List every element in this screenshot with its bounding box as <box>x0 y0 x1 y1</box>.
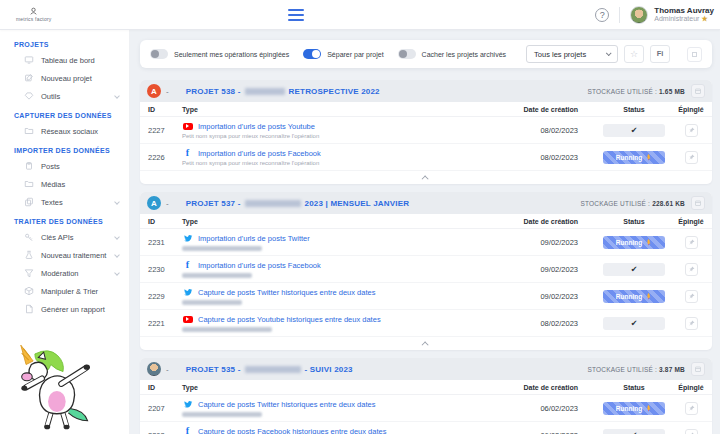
twitter-icon <box>182 288 193 297</box>
operation-id: 2221 <box>148 319 182 328</box>
pin-button[interactable] <box>685 236 698 249</box>
operation-id: 2207 <box>148 404 182 413</box>
archive-button[interactable] <box>691 362 705 376</box>
toggle-hide-archived[interactable] <box>398 49 416 59</box>
operation-id: 2229 <box>148 292 182 301</box>
sidebar-item-generer-rapport[interactable]: Générer un rapport <box>0 300 129 318</box>
project-title-link[interactable]: PROJET 535 -- SUIVI 2023 <box>186 365 353 374</box>
twitter-icon <box>182 234 193 243</box>
status-badge: ✔ <box>603 124 665 137</box>
archive-button[interactable] <box>691 84 705 98</box>
creation-date: 08/02/2023 <box>482 153 592 162</box>
sidebar-item-tableau-de-bord[interactable]: Tableau de bord <box>0 51 129 69</box>
creation-date: 08/02/2023 <box>482 126 592 135</box>
sidebar-item-posts[interactable]: Posts <box>0 157 129 175</box>
project-avatar[interactable]: A <box>147 84 161 98</box>
project-title-link[interactable]: PROJET 537 -2023 | MENSUEL JANVIER <box>186 199 410 208</box>
operation-link[interactable]: Capture de posts Facebook historiques en… <box>198 427 386 434</box>
app-window: metrics factory ? Thomas Auvray Administ… <box>0 0 720 434</box>
pin-button[interactable] <box>685 263 698 276</box>
pin-button[interactable] <box>685 124 698 137</box>
gem-icon <box>24 91 34 101</box>
table-row: 2230 fImportation d'urls de posts Facebo… <box>140 256 712 283</box>
project-title-link[interactable]: PROJET 538 -RETROSPECTIVE 2022 <box>186 87 380 96</box>
status-badge: ✔ <box>603 263 665 276</box>
sidebar-item-nouveau-projet[interactable]: Nouveau projet <box>0 69 129 87</box>
operation-link[interactable]: Importation d'urls de posts Youtube <box>198 122 315 131</box>
main-content: Seulement mes opérations épinglées Sépar… <box>130 30 720 434</box>
logo-icon <box>29 7 38 16</box>
collapse-group-button[interactable] <box>140 337 712 350</box>
redacted-subtitle <box>182 273 252 278</box>
filter-bar: Seulement mes opérations épinglées Sépar… <box>140 40 712 68</box>
operation-link[interactable]: Importation d'urls de posts Twitter <box>198 234 310 243</box>
project-avatar[interactable]: A <box>147 196 161 210</box>
toggle-separate-by-project-label: Séparer par projet <box>327 51 383 58</box>
help-icon[interactable]: ? <box>595 8 609 22</box>
project-group-537: A - PROJET 537 -2023 | MENSUEL JANVIER S… <box>140 192 712 350</box>
operation-link[interactable]: Capture de posts Youtube historiques ent… <box>198 315 381 324</box>
operation-link[interactable]: Importation d'urls de posts Facebook <box>198 149 321 158</box>
status-badge: ✔ <box>603 429 665 434</box>
user-avatar[interactable] <box>630 6 648 24</box>
operation-id: 2202 <box>148 431 182 434</box>
chevron-down-icon <box>606 50 612 56</box>
project-filter-select[interactable]: Tous les projets <box>526 45 618 63</box>
sidebar-item-moderation[interactable]: Modération <box>0 264 129 282</box>
sidebar-item-medias[interactable]: Médias <box>0 175 129 193</box>
table-header: IDTypeDate de créationStatusÉpinglé <box>140 380 712 395</box>
project-group-538: A - PROJET 538 -RETROSPECTIVE 2022 STOCK… <box>140 80 712 184</box>
storage-label: STOCKAGE UTILISÉ : <box>581 200 651 207</box>
operation-link[interactable]: Capture de posts Twitter historiques ent… <box>198 400 375 409</box>
operation-link[interactable]: Capture de posts Twitter historiques ent… <box>198 288 375 297</box>
toggle-pinned-only[interactable] <box>150 49 168 59</box>
sidebar-section-traiter: TRAITER DES DONNÉES <box>0 211 129 228</box>
clipboard-icon <box>24 161 34 171</box>
operation-subtitle: Petit nom sympa pour mieux reconnaître l… <box>182 160 482 166</box>
project-header[interactable]: A - PROJET 537 -2023 | MENSUEL JANVIER S… <box>140 192 712 214</box>
collapse-group-button[interactable] <box>140 171 712 184</box>
archive-button[interactable] <box>691 196 705 210</box>
project-header[interactable]: A - PROJET 538 -RETROSPECTIVE 2022 STOCK… <box>140 80 712 102</box>
operation-subtitle: Petit nom sympa pour mieux reconnaître l… <box>182 133 482 139</box>
sidebar-item-manipuler-trier[interactable]: Manipuler & Trier <box>0 282 129 300</box>
operation-link[interactable]: Importation d'urls de posts Facebook <box>198 261 321 270</box>
sidebar-item-cles-apis[interactable]: Clés APIs <box>0 228 129 246</box>
favorites-filter-button[interactable]: ☆ <box>624 45 644 63</box>
chevron-down-icon <box>114 234 120 240</box>
pin-button[interactable] <box>685 429 698 434</box>
toggle-separate-by-project[interactable] <box>303 49 321 59</box>
pin-button[interactable] <box>685 151 698 164</box>
user-menu[interactable]: Thomas Auvray Administrateur★ <box>630 6 714 24</box>
sidebar-item-outils[interactable]: Outils <box>0 87 129 105</box>
divider <box>619 7 620 23</box>
status-badge: Running <box>603 290 665 303</box>
hamburger-menu-icon[interactable] <box>288 9 304 21</box>
project-header[interactable]: - PROJET 535 -- SUIVI 2023 STOCKAGE UTIL… <box>140 358 712 380</box>
pin-button[interactable] <box>685 402 698 415</box>
pin-button[interactable] <box>685 317 698 330</box>
chevron-down-icon <box>114 252 120 258</box>
project-avatar[interactable] <box>147 362 161 376</box>
redacted-project-name <box>245 366 301 373</box>
sidebar-item-nouveau-traitement[interactable]: Nouveau traitement <box>0 246 129 264</box>
filter-fi-button[interactable]: Fi <box>650 45 670 63</box>
table-row: 2227 Importation d'urls de posts Youtube… <box>140 117 712 144</box>
creation-date: 09/02/2023 <box>482 265 592 274</box>
table-row: 2202 fCapture de posts Facebook historiq… <box>140 422 712 434</box>
logo[interactable]: metrics factory <box>0 7 130 22</box>
storage-value: 1.65 MB <box>659 88 685 95</box>
sidebar-item-reseaux-sociaux[interactable]: Réseaux sociaux <box>0 122 129 140</box>
sidebar-item-textes[interactable]: Textes <box>0 193 129 211</box>
user-name: Thomas Auvray <box>654 6 714 15</box>
toggle-pinned-only-label: Seulement mes opérations épinglées <box>174 51 289 58</box>
redacted-project-name <box>245 88 285 95</box>
status-badge: Running <box>603 402 665 415</box>
redacted-subtitle <box>182 412 262 417</box>
chevron-down-icon <box>114 199 120 205</box>
creation-date: 09/02/2023 <box>482 238 592 247</box>
status-badge: ✔ <box>603 317 665 330</box>
settings-mini-button[interactable] <box>687 47 702 62</box>
pin-button[interactable] <box>685 290 698 303</box>
twitter-icon <box>182 400 193 409</box>
